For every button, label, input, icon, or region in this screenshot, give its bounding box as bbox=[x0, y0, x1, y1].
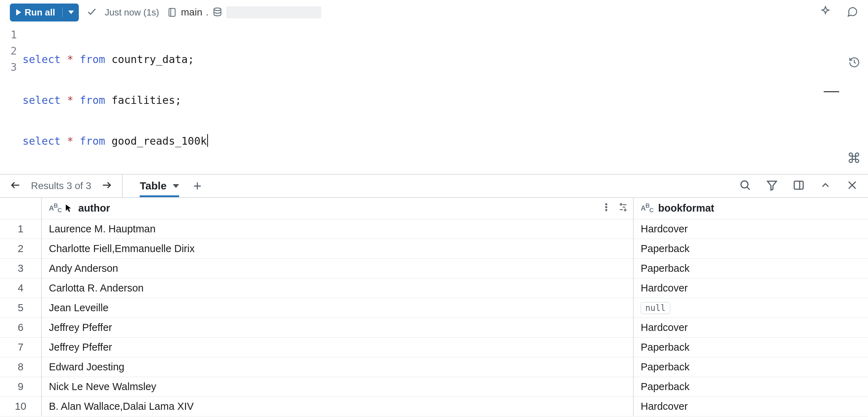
comment-icon[interactable] bbox=[846, 6, 858, 19]
result-tabs: Table + bbox=[123, 175, 218, 197]
play-icon bbox=[16, 9, 21, 15]
catalog-separator: . bbox=[206, 7, 209, 18]
results-bar: Results 3 of 3 Table + bbox=[0, 174, 868, 198]
row-number: 8 bbox=[0, 357, 42, 377]
cell-bookformat[interactable]: Hardcover bbox=[633, 318, 868, 337]
run-divider bbox=[62, 7, 63, 17]
cell-bookformat[interactable]: Hardcover bbox=[633, 278, 868, 298]
line-number: 2 bbox=[0, 43, 17, 59]
line-number: 3 bbox=[0, 59, 17, 75]
cell-bookformat[interactable]: Paperback bbox=[633, 377, 868, 396]
row-number: 7 bbox=[0, 337, 42, 357]
code-line[interactable]: select * from good_reads_100k bbox=[23, 133, 208, 149]
rownum-header bbox=[0, 198, 42, 219]
column-header-bookformat[interactable]: ABC bookformat bbox=[633, 198, 868, 219]
table-header-row: ABC author ABC bookformat bbox=[0, 198, 868, 219]
row-number: 5 bbox=[0, 298, 42, 318]
row-number: 6 bbox=[0, 318, 42, 337]
notebook-icon bbox=[167, 7, 177, 18]
close-icon[interactable] bbox=[846, 179, 858, 193]
cell-author[interactable]: B. Alan Wallace,Dalai Lama XIV bbox=[42, 396, 633, 416]
run-all-label: Run all bbox=[25, 7, 55, 18]
table-row[interactable]: 1Laurence M. HauptmanHardcover bbox=[0, 219, 868, 239]
svg-point-14 bbox=[606, 209, 607, 211]
string-type-icon: ABC bbox=[49, 202, 62, 214]
prev-result-button[interactable] bbox=[10, 180, 21, 192]
row-number: 2 bbox=[0, 239, 42, 258]
column-menu-icon[interactable] bbox=[601, 202, 611, 214]
cell-bookformat[interactable]: Paperback bbox=[633, 357, 868, 377]
cell-bookformat[interactable]: Paperback bbox=[633, 337, 868, 357]
chevron-down-icon[interactable] bbox=[173, 184, 179, 188]
assistant-icon[interactable] bbox=[819, 6, 831, 19]
code-line[interactable]: select * from country_data; bbox=[23, 51, 208, 68]
row-number: 10 bbox=[0, 396, 42, 416]
cell-author[interactable]: Nick Le Neve Walmsley bbox=[42, 377, 633, 396]
cell-bookformat[interactable]: Paperback bbox=[633, 258, 868, 278]
chevron-down-icon[interactable] bbox=[68, 11, 74, 14]
tab-label: Table bbox=[140, 180, 166, 192]
column-name: bookformat bbox=[658, 202, 715, 214]
schema-name-redacted[interactable] bbox=[226, 6, 321, 18]
table-row[interactable]: 3Andy AndersonPaperback bbox=[0, 258, 868, 278]
cell-author[interactable]: Edward Joesting bbox=[42, 357, 633, 377]
cell-author[interactable]: Carlotta R. Anderson bbox=[42, 278, 633, 298]
sort-icon[interactable] bbox=[618, 202, 628, 214]
line-gutter: 1 2 3 bbox=[0, 25, 23, 174]
table-row[interactable]: 2Charlotte Fiell,Emmanuelle DirixPaperba… bbox=[0, 239, 868, 258]
cell-author[interactable]: Laurence M. Hauptman bbox=[42, 219, 633, 239]
text-cursor bbox=[207, 134, 208, 147]
svg-line-6 bbox=[747, 187, 749, 189]
svg-point-2 bbox=[214, 8, 221, 11]
cell-bookformat[interactable]: null bbox=[633, 298, 868, 318]
cell-author[interactable]: Andy Anderson bbox=[42, 258, 633, 278]
run-status-text: Just now (1s) bbox=[105, 7, 159, 18]
cell-bookformat[interactable]: Paperback bbox=[633, 239, 868, 258]
cursor-icon bbox=[65, 203, 72, 215]
run-all-button[interactable]: Run all bbox=[10, 4, 79, 21]
row-number: 3 bbox=[0, 258, 42, 278]
panel-toggle-icon[interactable] bbox=[793, 179, 805, 193]
editor-rail bbox=[848, 56, 860, 70]
code-area[interactable]: select * from country_data; select * fro… bbox=[23, 25, 208, 174]
code-line[interactable]: select * from facilities; bbox=[23, 92, 208, 108]
svg-rect-0 bbox=[169, 8, 176, 17]
results-nav: Results 3 of 3 bbox=[0, 175, 123, 197]
table-row[interactable]: 9Nick Le Neve WalmsleyPaperback bbox=[0, 377, 868, 396]
add-tab-button[interactable]: + bbox=[193, 178, 201, 194]
results-actions bbox=[739, 179, 868, 193]
svg-rect-8 bbox=[794, 181, 803, 189]
table-row[interactable]: 4Carlotta R. AndersonHardcover bbox=[0, 278, 868, 298]
column-header-author[interactable]: ABC author bbox=[42, 198, 633, 219]
chevron-up-icon[interactable] bbox=[819, 179, 831, 193]
svg-point-12 bbox=[606, 203, 607, 205]
cell-author[interactable]: Jean Leveille bbox=[42, 298, 633, 318]
row-number: 9 bbox=[0, 377, 42, 396]
tab-table[interactable]: Table bbox=[140, 175, 179, 197]
table-row[interactable]: 7Jeffrey PfefferPaperback bbox=[0, 337, 868, 357]
table-row[interactable]: 6Jeffrey PfefferHardcover bbox=[0, 318, 868, 337]
cell-bookformat[interactable]: Hardcover bbox=[633, 396, 868, 416]
keyboard-shortcut-icon[interactable] bbox=[848, 151, 860, 165]
toolbar: Run all Just now (1s) main . bbox=[0, 0, 868, 25]
row-number: 1 bbox=[0, 219, 42, 239]
table-row[interactable]: 10B. Alan Wallace,Dalai Lama XIVHardcove… bbox=[0, 396, 868, 416]
row-number: 4 bbox=[0, 278, 42, 298]
search-icon[interactable] bbox=[739, 179, 751, 193]
next-result-button[interactable] bbox=[101, 180, 112, 192]
catalog-name: main bbox=[181, 7, 202, 18]
results-counter: Results 3 of 3 bbox=[31, 180, 91, 192]
cell-author[interactable]: Jeffrey Pfeffer bbox=[42, 337, 633, 357]
cell-author[interactable]: Jeffrey Pfeffer bbox=[42, 318, 633, 337]
catalog-selector[interactable]: main . bbox=[167, 6, 321, 18]
column-name: author bbox=[78, 202, 110, 214]
history-icon[interactable] bbox=[848, 56, 860, 70]
collapse-icon[interactable]: — bbox=[824, 82, 839, 99]
line-number: 1 bbox=[0, 27, 17, 43]
cell-author[interactable]: Charlotte Fiell,Emmanuelle Dirix bbox=[42, 239, 633, 258]
sql-editor[interactable]: 1 2 3 select * from country_data; select… bbox=[0, 25, 868, 174]
table-row[interactable]: 5Jean Leveillenull bbox=[0, 298, 868, 318]
filter-icon[interactable] bbox=[766, 179, 778, 193]
cell-bookformat[interactable]: Hardcover bbox=[633, 219, 868, 239]
table-row[interactable]: 8Edward JoestingPaperback bbox=[0, 357, 868, 377]
